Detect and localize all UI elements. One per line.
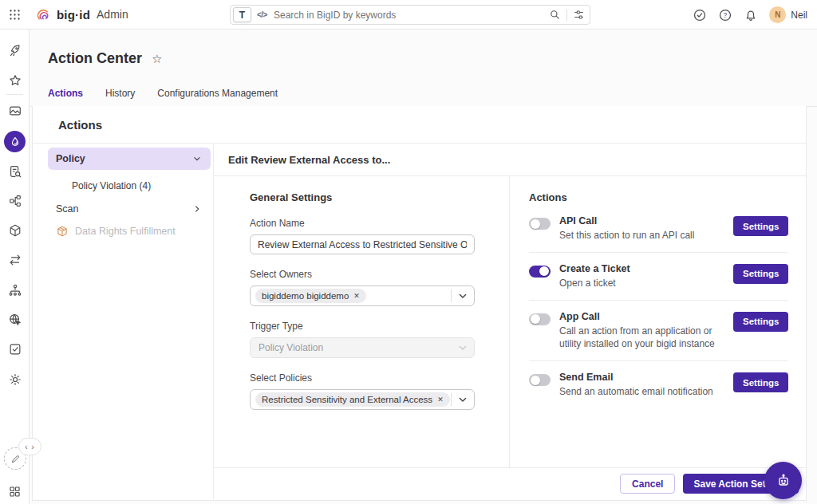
product-name: big·id: [57, 8, 90, 22]
apps-small-grid-icon[interactable]: [8, 485, 22, 502]
card-heading: Actions: [58, 118, 102, 132]
top-bar-actions: ? N Neil: [693, 0, 807, 30]
send-email-settings-button[interactable]: Settings: [733, 372, 788, 392]
create-ticket-toggle[interactable]: [529, 266, 551, 278]
chevron-down-icon: [191, 153, 203, 164]
org-hierarchy-icon[interactable]: [7, 282, 23, 298]
select-policies-label: Select Policies: [250, 372, 488, 384]
page-title: Action Center: [48, 50, 142, 67]
send-email-toggle[interactable]: [529, 374, 551, 386]
bigid-logo[interactable]: big·id Admin: [35, 6, 128, 23]
user-menu[interactable]: N Neil: [769, 6, 807, 23]
sidebar-item-action-center-active[interactable]: [4, 131, 26, 152]
getting-started-rocket-icon[interactable]: [7, 42, 23, 58]
select-policies-dropdown[interactable]: Restricted Sensitivity and External Acce…: [250, 389, 475, 410]
tab-history[interactable]: History: [105, 88, 135, 108]
help-icon[interactable]: ?: [718, 8, 732, 22]
actions-heading: Actions: [529, 191, 788, 203]
action-description: Send an automatic email notification: [559, 385, 733, 399]
classification-nodes-icon[interactable]: [7, 193, 23, 209]
tasks-check-icon[interactable]: [693, 8, 707, 22]
action-title: App Call: [559, 311, 733, 322]
global-search-bar[interactable]: T </>: [230, 5, 590, 25]
data-cube-icon[interactable]: [7, 222, 23, 238]
action-name-input[interactable]: [250, 234, 475, 254]
tree-item-policy[interactable]: Policy: [48, 148, 211, 170]
app-call-settings-button[interactable]: Settings: [733, 312, 788, 332]
ai-assistant-button[interactable]: [764, 462, 802, 499]
action-row-api-call: API Call Set this action to run an API c…: [529, 205, 788, 253]
bigid-fingerprint-icon: [35, 6, 52, 23]
workspace-name: Admin: [97, 8, 128, 21]
chevron-down-icon: [456, 341, 469, 354]
action-name-label: Action Name: [250, 218, 488, 229]
policy-chip[interactable]: Restricted Sensitivity and External Acce…: [255, 392, 450, 407]
action-title: Create a Ticket: [559, 263, 733, 274]
action-type-tree: Policy Policy Violation (4) Scan: [33, 144, 214, 499]
action-description: Open a ticket: [559, 277, 733, 290]
user-avatar[interactable]: N: [769, 6, 786, 23]
chevron-down-icon[interactable]: [456, 289, 469, 302]
dashboard-image-icon[interactable]: [7, 103, 23, 119]
app-grid-menu-button[interactable]: [0, 0, 29, 29]
notifications-bell-icon[interactable]: [744, 8, 758, 22]
action-row-app-call: App Call Call an action from an applicat…: [529, 301, 788, 362]
search-input[interactable]: [274, 10, 549, 21]
select-owners-dropdown[interactable]: bigiddemo bigiddemo ✕: [250, 285, 475, 306]
top-bar: big·id Admin T </>: [0, 0, 817, 30]
sidebar-divider: [6, 94, 23, 95]
actions-card: Actions Policy Policy Violation (4) Scan: [32, 106, 807, 501]
api-call-settings-button[interactable]: Settings: [733, 216, 788, 236]
trigger-type-value: Policy Violation: [255, 342, 323, 353]
sidebar-collapse-handle[interactable]: ‹ ›: [18, 438, 41, 455]
settings-gear-icon[interactable]: [7, 372, 23, 388]
pencil-icon: [10, 454, 21, 464]
tab-actions[interactable]: Actions: [48, 88, 83, 108]
select-owners-label: Select Owners: [250, 269, 488, 280]
action-description: Set this action to run an API call: [559, 229, 733, 242]
chip-remove-icon[interactable]: ✕: [437, 396, 444, 404]
editor-title: Edit Review External Access to...: [228, 154, 390, 166]
action-description: Call an action from an application or ut…: [559, 325, 733, 352]
search-text-mode-button[interactable]: T: [233, 7, 251, 22]
svg-text:?: ?: [724, 11, 728, 19]
robot-assistant-icon: [775, 472, 792, 490]
favorite-star-icon[interactable]: ☆: [152, 52, 162, 66]
trigger-type-dropdown-disabled: Policy Violation: [250, 337, 475, 358]
search-code-mode-button[interactable]: </>: [257, 10, 267, 19]
drf-cube-icon: [56, 225, 69, 238]
owner-chip[interactable]: bigiddemo bigiddemo ✕: [255, 289, 366, 303]
action-editor: Edit Review External Access to... Genera…: [214, 144, 806, 499]
general-settings-section: General Settings Action Name Select Owne…: [214, 176, 510, 467]
chevron-right-icon: [191, 203, 203, 215]
left-nav-sidebar: [0, 30, 30, 504]
swap-arrows-icon[interactable]: [7, 252, 23, 268]
reports-search-icon[interactable]: [7, 163, 23, 179]
chip-remove-icon[interactable]: ✕: [353, 292, 360, 300]
tree-item-data-rights-fulfillment[interactable]: Data Rights Fulfillment: [48, 220, 211, 242]
tree-item-scan[interactable]: Scan: [48, 198, 211, 220]
action-row-send-email: Send Email Send an automatic email notif…: [529, 361, 788, 408]
search-divider: [566, 9, 567, 21]
api-call-toggle[interactable]: [529, 218, 551, 230]
search-icon[interactable]: [549, 9, 561, 21]
tab-configurations-management[interactable]: Configurations Management: [157, 88, 278, 108]
create-ticket-settings-button[interactable]: Settings: [733, 264, 788, 284]
chevron-down-icon[interactable]: [456, 393, 469, 406]
page-tabs: Actions History Configurations Managemen…: [48, 88, 278, 108]
action-title: Send Email: [559, 372, 733, 383]
action-center-icon: [9, 136, 22, 148]
general-settings-heading: General Settings: [250, 191, 488, 203]
tasks-checkbox-icon[interactable]: [7, 341, 23, 357]
tree-item-policy-violation[interactable]: Policy Violation (4): [48, 174, 211, 198]
editor-footer: Cancel Save Action Settings: [214, 467, 806, 499]
action-title: API Call: [559, 215, 733, 226]
cancel-button[interactable]: Cancel: [620, 474, 675, 494]
favorites-star-icon[interactable]: [7, 73, 23, 89]
action-row-create-ticket: Create a Ticket Open a ticket Settings: [529, 253, 788, 301]
globe-pointer-icon[interactable]: [7, 312, 23, 328]
advanced-search-icon[interactable]: [573, 9, 585, 21]
user-name: Neil: [791, 10, 807, 21]
app-call-toggle[interactable]: [529, 313, 551, 325]
app-grid-icon: [9, 9, 21, 21]
